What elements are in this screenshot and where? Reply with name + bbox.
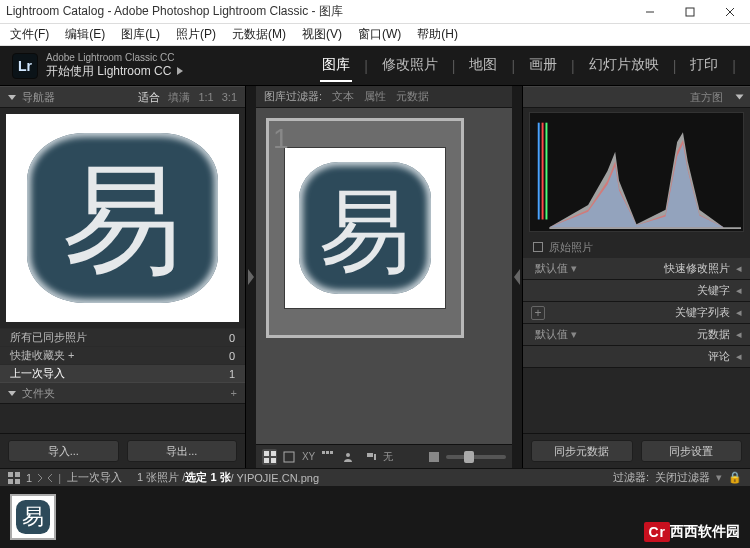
- status-bar: 1 | 上一次导入 1 张照片 / 选定 1 张 / YIPOJIE.CN.pn…: [0, 468, 750, 486]
- menu-photo[interactable]: 照片(P): [172, 24, 220, 45]
- quick-develop-header[interactable]: 默认值 ▾ 快速修改照片 ◂: [523, 258, 750, 280]
- menu-file[interactable]: 文件(F): [6, 24, 53, 45]
- nav-arrows-icon[interactable]: [38, 473, 52, 483]
- catalog-list: 所有已同步照片0 快捷收藏夹 +0 上一次导入1: [0, 328, 245, 382]
- grid-view[interactable]: 1 易: [256, 108, 512, 444]
- thumbnail-size-slider[interactable]: [446, 455, 506, 459]
- preview-image: 易: [27, 133, 218, 304]
- status-page: 1: [26, 472, 32, 484]
- sort-dropdown[interactable]: 无: [383, 450, 393, 464]
- module-slideshow[interactable]: 幻灯片放映: [587, 50, 661, 82]
- zoom-3-1[interactable]: 3:1: [222, 91, 237, 103]
- navigator-header[interactable]: 导航器 适合 填满 1:1 3:1: [0, 86, 245, 108]
- import-export-row: 导入... 导出...: [0, 433, 245, 468]
- zoom-fit[interactable]: 适合: [138, 90, 160, 105]
- breadcrumb-count: 1 张照片 /: [137, 470, 185, 485]
- module-library[interactable]: 图库: [320, 50, 352, 82]
- folders-title: 文件夹: [22, 386, 55, 401]
- people-view-icon[interactable]: [340, 449, 355, 465]
- svg-rect-21: [8, 479, 13, 484]
- grid-view-icon[interactable]: [262, 449, 277, 465]
- brand-line1: Adobe Lightroom Classic CC: [46, 52, 183, 63]
- module-print[interactable]: 打印: [688, 50, 720, 82]
- filter-label: 过滤器:: [613, 470, 649, 485]
- original-photo-toggle[interactable]: 原始照片: [523, 236, 750, 258]
- triangle-icon: ◂: [736, 328, 742, 341]
- histogram-header[interactable]: 直方图: [523, 86, 750, 108]
- thumb-small-icon[interactable]: [426, 449, 441, 465]
- histogram[interactable]: [529, 112, 744, 232]
- module-map[interactable]: 地图: [467, 50, 499, 82]
- folders-plus-icon[interactable]: +: [231, 387, 237, 399]
- filter-metadata[interactable]: 元数据: [396, 89, 429, 104]
- svg-rect-16: [538, 123, 540, 220]
- svg-rect-19: [8, 472, 13, 477]
- top-row: Lr Adobe Lightroom Classic CC 开始使用 Light…: [0, 46, 750, 86]
- window-minimize-button[interactable]: [630, 0, 670, 24]
- folders-header[interactable]: 文件夹 +: [0, 382, 245, 404]
- lock-icon[interactable]: 🔒: [728, 471, 742, 484]
- svg-rect-18: [545, 123, 547, 220]
- keywording-header[interactable]: 关键字 ◂: [523, 280, 750, 302]
- metadata-preset-dropdown[interactable]: 默认值: [535, 327, 568, 342]
- sync-settings-button[interactable]: 同步设置: [641, 440, 743, 462]
- lightroom-logo-icon: Lr: [12, 53, 38, 79]
- comments-header[interactable]: 评论 ◂: [523, 346, 750, 368]
- menu-edit[interactable]: 编辑(E): [61, 24, 109, 45]
- filter-text[interactable]: 文本: [332, 89, 354, 104]
- svg-rect-15: [429, 452, 439, 462]
- loupe-view-icon[interactable]: [281, 449, 296, 465]
- plus-icon[interactable]: +: [531, 306, 545, 320]
- zoom-1-1[interactable]: 1:1: [198, 91, 213, 103]
- module-book[interactable]: 画册: [527, 50, 559, 82]
- catalog-row-lastimport[interactable]: 上一次导入1: [0, 364, 245, 382]
- breadcrumb-source[interactable]: 上一次导入: [67, 470, 122, 485]
- svg-rect-17: [542, 123, 544, 220]
- survey-view-icon[interactable]: [320, 449, 335, 465]
- svg-rect-6: [264, 458, 269, 463]
- chevron-down-icon: [8, 391, 16, 396]
- filmstrip-thumb[interactable]: 易: [10, 494, 56, 540]
- preset-dropdown[interactable]: 默认值: [535, 261, 568, 276]
- menu-metadata[interactable]: 元数据(M): [228, 24, 290, 45]
- catalog-row-synced[interactable]: 所有已同步照片0: [0, 328, 245, 346]
- filmstrip[interactable]: 易 Cr 西西软件园: [0, 486, 750, 548]
- catalog-row-quickcollection[interactable]: 快捷收藏夹 +0: [0, 346, 245, 364]
- menu-help[interactable]: 帮助(H): [413, 24, 462, 45]
- navigator-preview[interactable]: 易: [0, 108, 245, 328]
- sync-metadata-button[interactable]: 同步元数据: [531, 440, 633, 462]
- menu-library[interactable]: 图库(L): [117, 24, 164, 45]
- menu-view[interactable]: 视图(V): [298, 24, 346, 45]
- cell-thumbnail[interactable]: 易: [284, 147, 446, 309]
- filter-value[interactable]: 关闭过滤器: [655, 470, 710, 485]
- sync-row: 同步元数据 同步设置: [523, 433, 750, 468]
- left-panel-handle[interactable]: [246, 86, 256, 468]
- chevron-down-icon: [8, 95, 16, 100]
- keyword-list-header[interactable]: + 关键字列表 ◂: [523, 302, 750, 324]
- module-develop[interactable]: 修改照片: [380, 50, 440, 82]
- brand-line2[interactable]: 开始使用 Lightroom CC: [46, 63, 183, 80]
- brand: Lr Adobe Lightroom Classic CC 开始使用 Light…: [0, 52, 183, 80]
- grid-cell[interactable]: 1 易: [266, 118, 464, 338]
- right-panel-handle[interactable]: [512, 86, 522, 468]
- svg-rect-7: [271, 458, 276, 463]
- filter-attribute[interactable]: 属性: [364, 89, 386, 104]
- grid-mini-icon[interactable]: [8, 472, 20, 484]
- filmstrip-thumb-image: 易: [16, 500, 50, 534]
- svg-rect-4: [264, 451, 269, 456]
- metadata-header[interactable]: 默认值 ▾ 元数据 ◂: [523, 324, 750, 346]
- painter-icon[interactable]: [363, 449, 378, 465]
- zoom-fill[interactable]: 填满: [168, 90, 190, 105]
- window-close-button[interactable]: [710, 0, 750, 24]
- export-button[interactable]: 导出...: [127, 440, 238, 462]
- window-maximize-button[interactable]: [670, 0, 710, 24]
- checkbox-icon: [533, 242, 543, 252]
- svg-rect-5: [271, 451, 276, 456]
- watermark: Cr 西西软件园: [644, 522, 740, 542]
- compare-view-icon[interactable]: XY: [301, 449, 316, 465]
- window-title: Lightroom Catalog - Adobe Photoshop Ligh…: [6, 3, 343, 20]
- watermark-brand: 西西软件园: [670, 523, 740, 541]
- center-area: 图库过滤器: 文本 属性 元数据 1 易 XY: [256, 86, 512, 468]
- import-button[interactable]: 导入...: [8, 440, 119, 462]
- menu-window[interactable]: 窗口(W): [354, 24, 405, 45]
